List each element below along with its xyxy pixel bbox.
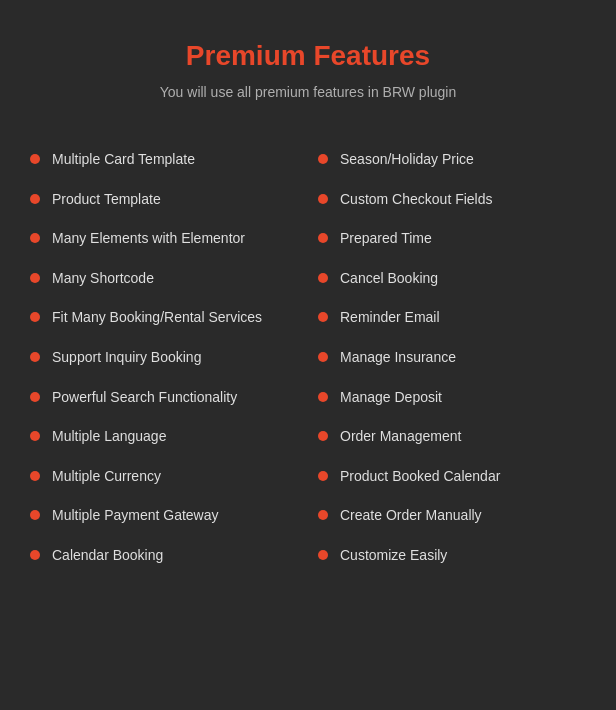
list-item: Manage Insurance [318,338,586,378]
bullet-icon [30,154,40,164]
page-container: Premium Features You will use all premiu… [0,0,616,616]
list-item: Create Order Manually [318,496,586,536]
bullet-icon [30,471,40,481]
bullet-icon [318,352,328,362]
list-item: Prepared Time [318,219,586,259]
bullet-icon [318,154,328,164]
bullet-icon [30,273,40,283]
list-item: Reminder Email [318,298,586,338]
page-title: Premium Features [30,40,586,72]
feature-label: Multiple Currency [52,467,161,487]
list-item: Many Elements with Elementor [30,219,298,259]
feature-label: Create Order Manually [340,506,482,526]
list-item: Calendar Booking [30,536,298,576]
list-item: Many Shortcode [30,259,298,299]
list-item: Custom Checkout Fields [318,180,586,220]
bullet-icon [318,550,328,560]
bullet-icon [30,312,40,322]
bullet-icon [318,312,328,322]
bullet-icon [30,194,40,204]
bullet-icon [30,233,40,243]
bullet-icon [318,194,328,204]
feature-label: Prepared Time [340,229,432,249]
features-right-column: Season/Holiday PriceCustom Checkout Fiel… [318,140,586,576]
list-item: Fit Many Booking/Rental Services [30,298,298,338]
bullet-icon [318,431,328,441]
page-subtitle: You will use all premium features in BRW… [30,84,586,100]
list-item: Product Booked Calendar [318,457,586,497]
feature-label: Season/Holiday Price [340,150,474,170]
feature-label: Product Template [52,190,161,210]
list-item: Manage Deposit [318,378,586,418]
list-item: Order Management [318,417,586,457]
bullet-icon [318,392,328,402]
feature-label: Product Booked Calendar [340,467,500,487]
features-left-column: Multiple Card TemplateProduct TemplateMa… [30,140,298,576]
feature-label: Cancel Booking [340,269,438,289]
feature-label: Multiple Card Template [52,150,195,170]
feature-label: Manage Insurance [340,348,456,368]
feature-label: Support Inquiry Booking [52,348,201,368]
feature-label: Calendar Booking [52,546,163,566]
bullet-icon [30,510,40,520]
feature-label: Fit Many Booking/Rental Services [52,308,262,328]
bullet-icon [30,352,40,362]
list-item: Multiple Currency [30,457,298,497]
bullet-icon [30,431,40,441]
bullet-icon [318,233,328,243]
list-item: Multiple Payment Gateway [30,496,298,536]
features-grid: Multiple Card TemplateProduct TemplateMa… [30,140,586,576]
feature-label: Many Elements with Elementor [52,229,245,249]
bullet-icon [30,392,40,402]
feature-label: Custom Checkout Fields [340,190,493,210]
feature-label: Reminder Email [340,308,440,328]
list-item: Season/Holiday Price [318,140,586,180]
page-header: Premium Features You will use all premiu… [30,40,586,100]
feature-label: Many Shortcode [52,269,154,289]
list-item: Support Inquiry Booking [30,338,298,378]
list-item: Powerful Search Functionality [30,378,298,418]
list-item: Product Template [30,180,298,220]
bullet-icon [318,273,328,283]
list-item: Cancel Booking [318,259,586,299]
feature-label: Powerful Search Functionality [52,388,237,408]
list-item: Customize Easily [318,536,586,576]
bullet-icon [30,550,40,560]
feature-label: Multiple Language [52,427,166,447]
bullet-icon [318,510,328,520]
list-item: Multiple Card Template [30,140,298,180]
bullet-icon [318,471,328,481]
feature-label: Customize Easily [340,546,447,566]
list-item: Multiple Language [30,417,298,457]
feature-label: Manage Deposit [340,388,442,408]
feature-label: Multiple Payment Gateway [52,506,219,526]
feature-label: Order Management [340,427,461,447]
